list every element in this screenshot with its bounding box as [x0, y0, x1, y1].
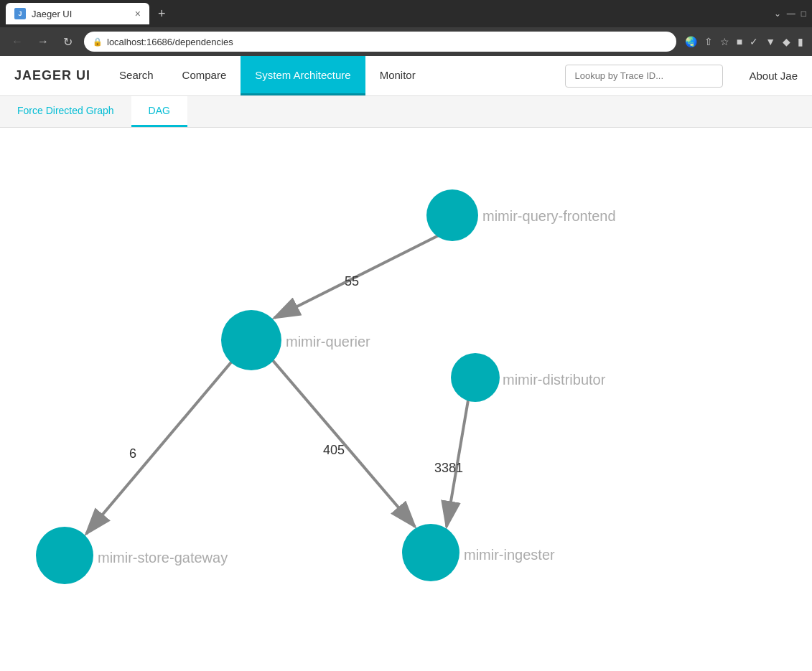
label-mimir-querier: mimir-querier	[286, 334, 370, 349]
nav-monitor[interactable]: Monitor	[365, 56, 430, 95]
reload-button[interactable]: ↻	[60, 32, 75, 52]
nav-about[interactable]: About Jae	[734, 56, 812, 95]
browser-toolbar-icons: 🌏 ⇧ ☆ ■ ✓ ▼ ◆ ▮	[685, 36, 803, 47]
app-header: JAEGER UI Search Compare System Architec…	[0, 56, 812, 96]
label-mimir-query-frontend: mimir-query-frontend	[482, 208, 616, 224]
label-mimir-ingester: mimir-ingester	[464, 547, 555, 563]
extension-icon2[interactable]: ✓	[750, 36, 758, 47]
node-mimir-querier[interactable]	[221, 310, 281, 370]
nav-compare[interactable]: Compare	[168, 56, 241, 95]
label-mimir-store-gateway: mimir-store-gateway	[98, 550, 228, 566]
edge-label-3381: 3381	[434, 461, 463, 475]
extension-icon4[interactable]: ◆	[783, 36, 790, 47]
window-minimize-icon[interactable]: —	[787, 9, 795, 19]
tab-force-directed-graph[interactable]: Force Directed Graph	[0, 96, 131, 127]
window-controls: ⌄ — □	[774, 9, 806, 19]
tab-dag[interactable]: DAG	[131, 96, 187, 127]
trace-search-input[interactable]	[565, 65, 723, 88]
extension-icon1[interactable]: ■	[737, 36, 742, 47]
label-mimir-distributor: mimir-distributor	[503, 372, 606, 388]
nav-search[interactable]: Search	[105, 56, 168, 95]
window-maximize-icon[interactable]: □	[801, 9, 806, 19]
tab-close-icon[interactable]: ×	[135, 8, 141, 19]
graph-container[interactable]: 55 6 405 3381 mimir-query-frontend mimir…	[0, 128, 812, 671]
node-mimir-distributor[interactable]	[451, 353, 500, 402]
tabs-bar: Force Directed Graph DAG	[0, 96, 812, 128]
lock-icon: 🔒	[93, 37, 103, 47]
edge-label-6: 6	[129, 446, 136, 461]
edge-label-55: 55	[345, 274, 359, 288]
nav-system-architecture[interactable]: System Architecture	[241, 56, 365, 95]
new-tab-button[interactable]: +	[158, 6, 166, 22]
tab-title: Jaeger UI	[32, 9, 72, 19]
back-button[interactable]: ←	[9, 32, 26, 51]
share-icon[interactable]: ⇧	[704, 36, 713, 47]
address-input[interactable]: 🔒 localhost:16686/dependencies	[84, 32, 676, 52]
extension-icon3[interactable]: ▼	[765, 36, 775, 47]
dag-graph: 55 6 405 3381 mimir-query-frontend mimir…	[0, 128, 812, 671]
translate-icon[interactable]: 🌏	[685, 36, 697, 47]
node-mimir-store-gateway[interactable]	[36, 527, 93, 584]
sidebar-toggle-icon[interactable]: ▮	[798, 36, 803, 47]
main-content: 55 6 405 3381 mimir-query-frontend mimir…	[0, 128, 812, 671]
edge-querier-to-store-gateway	[86, 359, 234, 534]
node-mimir-ingester[interactable]	[402, 524, 459, 581]
browser-tab[interactable]: J Jaeger UI ×	[6, 3, 149, 24]
window-restore-icon[interactable]: ⌄	[774, 9, 781, 19]
tab-favicon: J	[14, 8, 26, 19]
forward-button[interactable]: →	[34, 32, 52, 51]
browser-address-bar: ← → ↻ 🔒 localhost:16686/dependencies 🌏 ⇧…	[0, 27, 812, 56]
app-logo: JAEGER UI	[0, 56, 105, 95]
url-text: localhost:16686/dependencies	[107, 37, 233, 47]
browser-title-bar: J Jaeger UI × + ⌄ — □	[0, 0, 812, 27]
node-mimir-query-frontend[interactable]	[426, 189, 478, 241]
header-search	[554, 56, 734, 95]
bookmark-icon[interactable]: ☆	[720, 36, 729, 47]
edge-label-405: 405	[323, 443, 345, 457]
